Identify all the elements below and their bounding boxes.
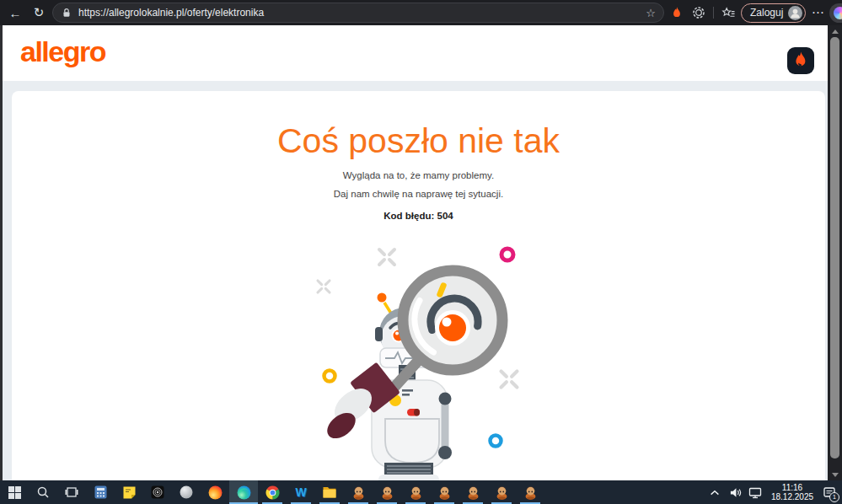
copilot-icon [834,7,842,19]
extensions-icon[interactable] [689,3,708,22]
taskbar-item-creature[interactable] [487,480,516,504]
decor-yellow-ring [324,371,335,382]
folder-icon [323,486,336,498]
flame-icon [791,51,810,71]
chat-button[interactable]: Czat [829,3,842,23]
firefox-icon [208,485,223,500]
scrollbar-up-icon[interactable] [828,26,842,36]
network-icon [748,486,762,499]
calculator-icon [94,485,107,499]
reload-icon[interactable]: ↻ [29,3,49,23]
error-title: Coś poszło nie tak [12,121,825,161]
url-input[interactable] [78,7,640,19]
flame-extension-icon[interactable] [668,3,686,22]
chevron-up-icon [709,487,721,497]
flame-badge[interactable] [787,47,814,74]
chrome-icon [265,485,280,500]
taskbar: W [0,480,842,504]
taskbar-item-creature[interactable] [344,480,373,504]
taskbar-item-dark-disc-app[interactable] [143,480,172,504]
bookmark-star-icon[interactable]: ☆ [646,7,656,19]
speaker-icon [729,486,742,499]
taskbar-item-creature[interactable] [459,480,487,504]
tray-network-button[interactable] [746,480,764,504]
error-code: Kod błędu: 504 [12,211,825,221]
lock-icon[interactable] [61,7,72,19]
toolbar-separator [713,7,714,19]
clock-time: 11:16 [766,483,818,492]
taskbar-item-file-explorer[interactable] [315,480,344,504]
tray-clock[interactable]: 11:16 18.12.2025 [766,483,818,501]
back-icon[interactable]: ← [5,3,25,23]
taskbar-item-firefox[interactable] [201,480,229,504]
w-app-icon: W [295,485,306,499]
windows-icon [8,486,21,499]
favorites-icon[interactable] [719,3,737,22]
login-button-label: Zaloguj [750,7,783,19]
screen: ← ↻ ☆ [0,0,842,504]
tray-chevron-button[interactable] [705,480,724,504]
taskbar-search-button[interactable] [29,480,57,504]
start-button[interactable] [0,480,29,504]
address-bar[interactable]: ☆ [52,3,664,23]
decor-pink-ring [501,249,513,260]
taskbar-item-calculator[interactable] [86,480,115,504]
avatar-icon [788,6,802,20]
edge-icon [237,485,251,500]
error-line-1: Wygląda na to, że mamy problemy. [12,170,825,181]
more-menu-icon[interactable]: ⋯ [809,5,826,20]
error-line-2: Daj nam chwilę na naprawę tej sytuacji. [12,189,825,200]
search-icon [36,485,50,499]
decor-blue-ring [491,436,501,447]
taskbar-item-chrome[interactable] [258,480,287,504]
disc-icon [151,485,164,499]
system-tray: 11:16 18.12.2025 1 [705,480,842,504]
robot-error-illustration [298,239,544,480]
taskbar-item-sticky-notes[interactable] [115,480,143,504]
taskbar-item-creature[interactable] [430,480,459,504]
clock-date: 18.12.2025 [766,492,818,501]
taskbar-item-creature[interactable] [516,480,544,504]
task-view-button[interactable] [57,480,86,504]
allegro-logo[interactable]: allegro [20,35,105,68]
site-header: allegro [3,25,828,82]
taskbar-item-sphere-app[interactable] [172,480,201,504]
scrollbar-down-icon[interactable] [828,469,842,480]
error-card: Coś poszło nie tak Wygląda na to, że mam… [12,91,825,480]
notification-center-button[interactable]: 1 [820,480,839,504]
browser-toolbar: ← ↻ ☆ [0,0,842,25]
taskbar-item-w-app[interactable]: W [287,480,315,504]
scrollbar-thumb[interactable] [830,37,839,458]
taskbar-item-edge[interactable] [229,480,258,504]
scrollbar[interactable] [828,25,842,480]
task-view-icon [65,486,78,498]
page-background: Coś poszło nie tak Wygląda na to, że mam… [3,81,828,480]
login-button[interactable]: Zaloguj [741,3,806,23]
taskbar-item-creature[interactable] [373,480,401,504]
sticky-notes-icon [123,486,136,499]
notification-count-badge: 1 [829,492,839,502]
tray-volume-button[interactable] [726,480,744,504]
taskbar-item-creature[interactable] [401,480,430,504]
sphere-icon [180,485,193,499]
creature-icon [351,485,366,501]
